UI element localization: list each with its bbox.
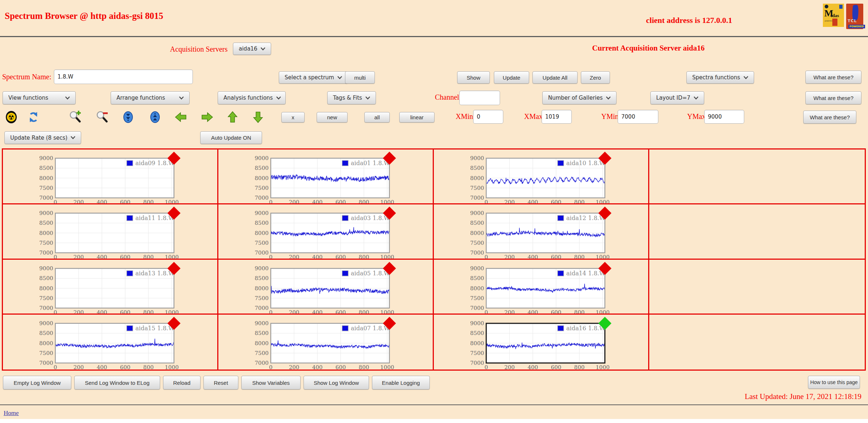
reset-button[interactable]: Reset — [203, 376, 238, 390]
y-tick-label: 7000 — [470, 305, 484, 311]
chevron-down-icon — [365, 96, 370, 100]
xmin-input[interactable] — [473, 110, 503, 124]
select-spectrum-dropdown[interactable]: Select a spectrum — [279, 71, 348, 84]
xmin-label: XMin — [456, 112, 473, 121]
linear-button[interactable]: linear — [399, 112, 435, 123]
y-tick-label: 9000 — [39, 155, 53, 161]
show-button[interactable]: Show — [457, 71, 490, 84]
multi-button[interactable]: multi — [345, 71, 375, 84]
spectrum-chart[interactable]: 7000750080008500900002004006008001000aid… — [36, 151, 218, 204]
update-button[interactable]: Update — [494, 71, 529, 84]
y-tick-label: 9000 — [39, 265, 53, 272]
pan-up-icon[interactable] — [226, 111, 239, 124]
x-tick-label: 1000 — [596, 309, 610, 315]
update-rate-dropdown[interactable]: Update Rate (8 secs) — [4, 131, 81, 144]
auto-update-button[interactable]: Auto Update ON — [200, 131, 262, 144]
gallery-cell-aida12[interactable]: 7000750080008500900002004006008001000aid… — [434, 204, 649, 259]
y-tick-label: 8500 — [39, 165, 53, 171]
chevron-down-icon — [744, 76, 748, 79]
y-tick-label: 9000 — [39, 210, 53, 216]
how-to-use-button[interactable]: How to use this page — [808, 376, 860, 389]
what-are-these-button-2[interactable]: What are these? — [805, 91, 861, 104]
pan-down-icon[interactable] — [251, 111, 265, 124]
spectrum-chart[interactable]: 7000750080008500900002004006008001000aid… — [252, 206, 434, 259]
chevron-down-icon — [276, 96, 281, 100]
gallery-cell-aida07[interactable]: 7000750080008500900002004006008001000aid… — [218, 315, 434, 370]
all-button[interactable]: all — [364, 112, 390, 123]
spectrum-chart[interactable]: 7000750080008500900002004006008001000aid… — [467, 206, 649, 259]
tags-fits-dropdown[interactable]: Tags & Fits — [327, 91, 376, 104]
ymin-input[interactable] — [618, 110, 658, 124]
xmax-label: XMax — [524, 112, 543, 121]
new-button[interactable]: new — [317, 112, 348, 123]
home-link[interactable]: Home — [4, 410, 19, 417]
x-tick-label: 400 — [312, 199, 323, 204]
y-tick-label: 7000 — [470, 195, 484, 201]
legend-swatch — [127, 326, 133, 331]
midas-logo[interactable]: M idas powered by — [823, 4, 844, 27]
x-tick-label: 0 — [484, 364, 488, 370]
xmax-input[interactable] — [542, 110, 572, 124]
gallery-cell-aida13[interactable]: 7000750080008500900002004006008001000aid… — [3, 260, 218, 315]
number-of-galleries-dropdown[interactable]: Number of Galleries — [542, 91, 617, 104]
zoom-in-icon[interactable] — [68, 111, 82, 124]
gallery-cell-aida10[interactable]: 7000750080008500900002004006008001000aid… — [434, 149, 649, 204]
ymax-label: YMax — [687, 112, 706, 121]
gallery-cell-aida15[interactable]: 7000750080008500900002004006008001000aid… — [3, 315, 218, 370]
refresh-icon[interactable] — [27, 111, 40, 124]
gallery-cell-aida16[interactable]: 7000750080008500900002004006008001000aid… — [434, 315, 649, 370]
show-variables-button[interactable]: Show Variables — [241, 376, 301, 390]
y-tick-label: 7500 — [470, 185, 484, 191]
acquisition-server-select[interactable]: aida16 — [233, 43, 271, 55]
scroll-down-icon[interactable] — [122, 111, 135, 124]
zoom-out-icon[interactable] — [95, 111, 108, 124]
gallery-cell-aida09[interactable]: 7000750080008500900002004006008001000aid… — [3, 149, 218, 204]
spectrum-chart[interactable]: 7000750080008500900002004006008001000aid… — [467, 316, 649, 370]
what-are-these-button-3[interactable]: What are these? — [803, 111, 856, 124]
ymax-input[interactable] — [704, 110, 744, 124]
arrange-functions-dropdown[interactable]: Arrange functions — [111, 91, 190, 104]
x-tick-label: 200 — [289, 364, 300, 370]
spectrum-name-input[interactable] — [54, 69, 193, 84]
spectrum-chart[interactable]: 7000750080008500900002004006008001000aid… — [252, 316, 434, 370]
y-tick-label: 8000 — [470, 230, 484, 236]
pan-right-icon[interactable] — [201, 111, 214, 124]
spectrum-chart[interactable]: 7000750080008500900002004006008001000aid… — [252, 151, 434, 204]
spectrum-chart[interactable]: 7000750080008500900002004006008001000aid… — [467, 261, 649, 315]
what-are-these-button-1[interactable]: What are these? — [805, 71, 861, 84]
radiation-icon[interactable]: ☢ — [5, 111, 18, 124]
gallery-cell-aida03[interactable]: 7000750080008500900002004006008001000aid… — [218, 204, 434, 259]
x-tick-label: 400 — [528, 364, 538, 370]
tcl-powered-logo[interactable]: TCL POWERED — [846, 4, 863, 29]
y-tick-label: 7500 — [39, 295, 53, 301]
gallery-cell-aida14[interactable]: 7000750080008500900002004006008001000aid… — [434, 260, 649, 315]
spectrum-chart[interactable]: 7000750080008500900002004006008001000aid… — [467, 151, 649, 204]
view-functions-dropdown[interactable]: View functions — [3, 91, 76, 104]
chevron-down-icon — [694, 96, 698, 100]
gallery-cell-aida05[interactable]: 7000750080008500900002004006008001000aid… — [218, 260, 434, 315]
zero-button[interactable]: Zero — [581, 71, 610, 84]
channel-input[interactable] — [459, 91, 500, 105]
analysis-functions-dropdown[interactable]: Analysis functions — [218, 91, 286, 104]
spectra-functions-dropdown[interactable]: Spectra functions — [686, 71, 754, 84]
enable-logging-button[interactable]: Enable Logging — [372, 376, 430, 390]
scroll-up-icon[interactable] — [148, 111, 162, 124]
log-toolbar: Empty Log Window Send Log Window to ELog… — [3, 376, 430, 390]
send-log-to-elog-button[interactable]: Send Log Window to ELog — [74, 376, 160, 390]
spectrum-chart[interactable]: 7000750080008500900002004006008001000aid… — [36, 206, 218, 259]
x-axis-button[interactable]: x — [281, 112, 305, 123]
x-tick-label: 800 — [574, 199, 585, 204]
pan-left-icon[interactable] — [174, 111, 187, 124]
select-spectrum-label: Select a spectrum — [285, 74, 334, 81]
layout-id-dropdown[interactable]: Layout ID=7 — [650, 91, 704, 104]
y-tick-label: 7500 — [255, 295, 269, 301]
gallery-cell-aida11[interactable]: 7000750080008500900002004006008001000aid… — [3, 204, 218, 259]
spectrum-chart[interactable]: 7000750080008500900002004006008001000aid… — [36, 316, 218, 370]
spectrum-chart[interactable]: 7000750080008500900002004006008001000aid… — [36, 261, 218, 315]
spectrum-chart[interactable]: 7000750080008500900002004006008001000aid… — [252, 261, 434, 315]
update-all-button[interactable]: Update All — [532, 71, 578, 84]
gallery-cell-aida01[interactable]: 7000750080008500900002004006008001000aid… — [218, 149, 434, 204]
reload-button[interactable]: Reload — [163, 376, 201, 390]
show-log-window-button[interactable]: Show Log Window — [304, 376, 369, 390]
empty-log-window-button[interactable]: Empty Log Window — [3, 376, 71, 390]
